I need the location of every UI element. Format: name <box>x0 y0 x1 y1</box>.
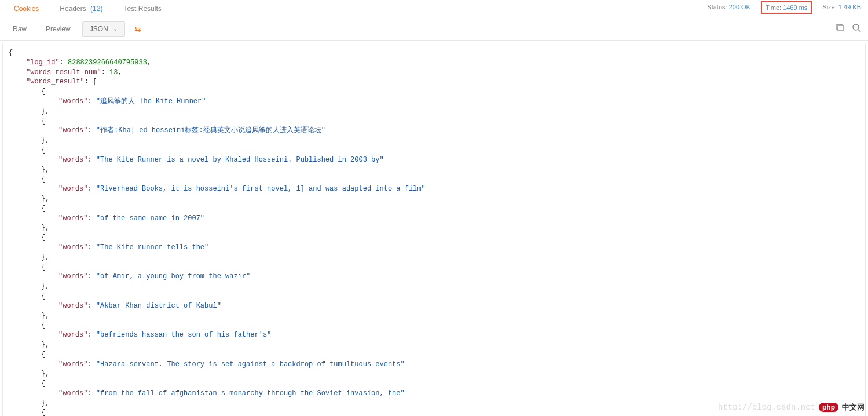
json-line: "words": "The Kite Runner is a novel by … <box>9 155 859 165</box>
json-line: }, <box>9 223 859 233</box>
tab-headers-label: Headers <box>60 5 86 13</box>
time-value: 1469 ms <box>783 4 807 11</box>
svg-point-1 <box>853 24 859 30</box>
size-label: Size: <box>822 3 836 10</box>
wrap-lines-icon[interactable]: ⇆ <box>131 22 145 36</box>
json-line: }, <box>9 107 859 116</box>
json-line: }, <box>9 311 859 321</box>
json-line: { <box>9 48 859 58</box>
json-line: "words_result_num": 13, <box>9 68 859 78</box>
response-size: Size: 1.49 KB <box>822 3 861 14</box>
search-icon[interactable] <box>852 23 861 34</box>
json-line: }, <box>9 369 859 379</box>
tab-headers-count: (12) <box>90 5 102 13</box>
json-line: "words": "befriends hassan the son of hi… <box>9 330 859 340</box>
json-line: { <box>9 87 859 97</box>
separator <box>36 23 36 35</box>
format-label: JSON <box>90 25 108 33</box>
json-line: "words": "Akbar Khan district of Kabul" <box>9 301 859 311</box>
status-code: Status: 200 OK <box>707 3 750 14</box>
tab-test-results[interactable]: Test Results <box>113 1 171 16</box>
json-line: { <box>9 233 859 243</box>
response-tabs: Cookies Headers (12) Test Results Status… <box>0 0 868 17</box>
chevron-down-icon: ⌄ <box>113 25 118 32</box>
json-line: }, <box>9 399 859 408</box>
json-line: "words": "The Kite runner tells the" <box>9 243 859 253</box>
tab-cookies[interactable]: Cookies <box>3 1 49 16</box>
raw-button[interactable]: Raw <box>5 21 35 37</box>
format-dropdown[interactable]: JSON ⌄ <box>82 21 125 37</box>
json-line: }, <box>9 340 859 350</box>
json-line: }, <box>9 136 859 145</box>
json-line: "log_id": 8288239266640795933, <box>9 58 859 68</box>
json-line: { <box>9 116 859 126</box>
json-line: }, <box>9 253 859 262</box>
json-line: "words": "from the fall of afghanistan s… <box>9 389 859 399</box>
tab-headers[interactable]: Headers (12) <box>49 1 113 16</box>
json-line: "words": "作者:Kha| ed hosseini标签:经典英文小说追风… <box>9 126 859 136</box>
json-line: { <box>9 320 859 330</box>
json-line: "words": "Hazara servant. The story is s… <box>9 360 859 370</box>
preview-button[interactable]: Preview <box>38 21 79 37</box>
json-line: { <box>9 174 859 184</box>
json-line: "words": "Riverhead Books, it is hossein… <box>9 184 859 194</box>
json-line: "words": "追风筝的人 The Kite Runner" <box>9 97 859 107</box>
time-label: Time: <box>766 4 781 11</box>
svg-rect-0 <box>838 25 843 31</box>
json-line: { <box>9 291 859 301</box>
status-label: Status: <box>707 3 727 10</box>
response-time: Time: 1469 ms <box>761 1 812 14</box>
status-value: 200 OK <box>729 3 750 10</box>
json-line: "words": "of Amir, a young boy from the … <box>9 272 859 282</box>
json-line: "words": "of the same name in 2007" <box>9 214 859 224</box>
json-line: { <box>9 350 859 360</box>
json-line: }, <box>9 282 859 291</box>
json-line: }, <box>9 194 859 204</box>
json-line: { <box>9 379 859 389</box>
response-toolbar: Raw Preview JSON ⌄ ⇆ <box>0 17 868 41</box>
json-line: { <box>9 262 859 272</box>
json-line: { <box>9 204 859 214</box>
copy-icon[interactable] <box>836 23 845 34</box>
json-line: }, <box>9 165 859 175</box>
svg-line-2 <box>858 30 860 32</box>
json-line: { <box>9 145 859 155</box>
response-json-body[interactable]: {"log_id": 8288239266640795933,"words_re… <box>2 43 866 416</box>
size-value: 1.49 KB <box>838 3 861 10</box>
json-line: "words_result": [ <box>9 77 859 87</box>
json-line: { <box>9 408 859 416</box>
response-meta: Status: 200 OK Time: 1469 ms Size: 1.49 … <box>707 3 861 14</box>
